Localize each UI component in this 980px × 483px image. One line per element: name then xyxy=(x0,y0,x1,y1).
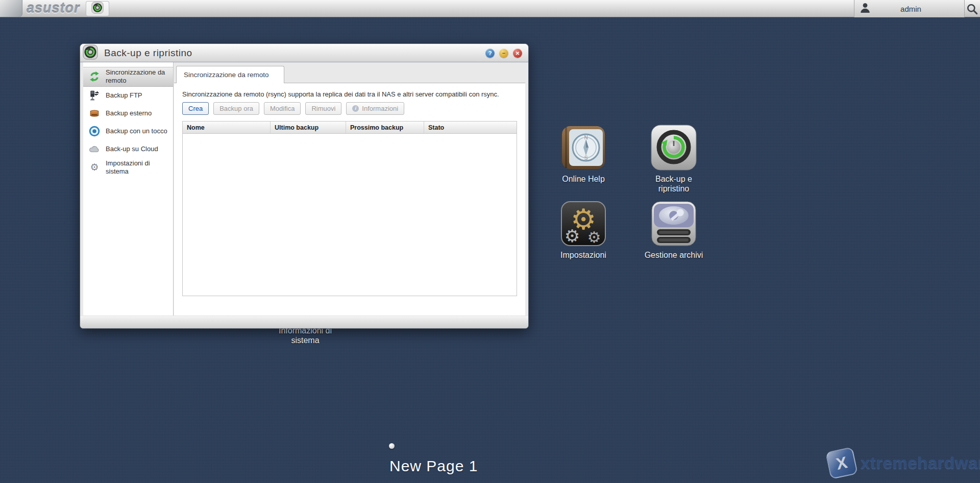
description-text: Sincronizzazione da remoto (rsync) suppo… xyxy=(182,90,510,99)
minimize-icon[interactable]: − xyxy=(499,49,508,58)
sidebar-item-backup-con-un-tocco[interactable]: Backup con un tocco xyxy=(83,123,173,140)
column-header-prossimo-backup[interactable]: Prossimo backup xyxy=(346,122,424,133)
tab-sincronizzazione-da-remoto[interactable]: Sincronizzazione da remoto xyxy=(176,66,284,83)
window-content: Sincronizzazione da remoto Sincronizzazi… xyxy=(174,62,525,316)
sync-arrows-icon xyxy=(88,71,101,82)
desktop-icon-impostazioni[interactable]: ⚙ ⚙ ⚙ Impostazioni xyxy=(552,200,615,260)
svg-text:S: S xyxy=(584,155,588,161)
close-icon[interactable]: ✕ xyxy=(513,49,522,58)
desktop-icon-label: Impostazioni xyxy=(552,251,615,260)
gear-icon: ⚙ xyxy=(88,162,101,172)
window-body: Sincronizzazione da remoto Backup FTP xyxy=(80,62,528,328)
rimuovi-button[interactable]: Rimuovi xyxy=(305,102,341,115)
column-header-ultimo-backup[interactable]: Ultimo backup xyxy=(271,122,346,133)
desktop-icon-backup-restore[interactable]: Back-up e ripristino xyxy=(642,124,705,194)
ftp-server-icon xyxy=(88,90,101,101)
cloud-icon xyxy=(88,143,101,155)
desktop-icon-gestione-archivi[interactable]: Gestione archivi xyxy=(642,200,705,260)
watermark-text: xtremehardware.it xyxy=(861,453,980,473)
backup-sync-icon xyxy=(83,44,98,62)
desktop: asustor admin xyxy=(0,0,980,483)
settings-gears-icon: ⚙ ⚙ ⚙ xyxy=(560,200,607,247)
sync-jobs-table: Nome Ultimo backup Prossimo backup Stato xyxy=(182,121,517,296)
window-sidebar: Sincronizzazione da remoto Backup FTP xyxy=(83,62,174,316)
backup-ora-button[interactable]: Backup ora xyxy=(213,102,259,115)
search-icon[interactable] xyxy=(966,3,979,16)
watermark: X xtremehardware.it xyxy=(828,449,980,477)
help-icon[interactable]: ? xyxy=(485,49,495,58)
window-titlebar[interactable]: Back-up e ripristino ? − ✕ xyxy=(80,44,528,62)
desktop-icon-label: Gestione archivi xyxy=(642,251,705,260)
tab-panel: Sincronizzazione da remoto (rsync) suppo… xyxy=(174,83,525,316)
crea-button[interactable]: Crea xyxy=(182,102,209,115)
desktop-icon-online-help[interactable]: N S Online Help xyxy=(552,124,615,184)
tab-row: Sincronizzazione da remoto xyxy=(174,62,525,83)
sidebar-item-backup-esterno[interactable]: Backup esterno xyxy=(83,105,173,123)
user-name: admin xyxy=(871,5,964,13)
taskbar-running-app-backup[interactable] xyxy=(86,1,109,16)
one-touch-icon xyxy=(88,126,101,137)
table-header: Nome Ultimo backup Prossimo backup Stato xyxy=(183,122,517,134)
window-footer xyxy=(80,316,528,328)
sidebar-item-backup-su-cloud[interactable]: Back-up su Cloud xyxy=(83,140,173,158)
online-help-icon: N S xyxy=(560,124,607,171)
sidebar-item-impostazioni-di-sistema[interactable]: ⚙ Impostazioni di sistema xyxy=(83,158,173,177)
page-title: New Page 1 xyxy=(389,457,478,475)
xtreme-x-logo-icon: X xyxy=(825,447,858,479)
backup-restore-window: Back-up e ripristino ? − ✕ xyxy=(80,44,528,328)
modifica-button[interactable]: Modifica xyxy=(264,102,301,115)
external-drive-icon xyxy=(88,108,101,119)
backup-sync-icon xyxy=(91,2,104,16)
storage-manager-icon xyxy=(650,200,697,247)
desktop-icon-label: Back-up e ripristino xyxy=(642,175,705,194)
column-header-nome[interactable]: Nome xyxy=(183,122,271,133)
window-title: Back-up e ripristino xyxy=(104,47,192,59)
user-icon xyxy=(860,2,871,15)
toolbar: Crea Backup ora Modifica Rimuovi i Infor… xyxy=(182,102,517,115)
show-desktop-button[interactable] xyxy=(0,0,22,17)
backup-restore-icon xyxy=(650,124,697,171)
sidebar-item-sincronizzazione-da-remoto[interactable]: Sincronizzazione da remoto xyxy=(83,67,173,87)
asustor-logo: asustor xyxy=(27,1,80,16)
desktop-icon-label: Online Help xyxy=(552,175,615,184)
informazioni-button[interactable]: i Informazioni xyxy=(346,102,404,115)
svg-text:⚙: ⚙ xyxy=(587,228,601,246)
column-header-stato[interactable]: Stato xyxy=(424,122,517,133)
user-menu-button[interactable]: admin xyxy=(854,0,965,17)
info-icon: i xyxy=(352,105,359,112)
table-body-empty xyxy=(183,134,517,296)
desktop-icon-label: Informazioni di sistema xyxy=(274,326,337,346)
svg-text:⚙: ⚙ xyxy=(565,226,580,246)
taskbar: asustor admin xyxy=(0,0,980,17)
page-indicator-dot[interactable] xyxy=(389,443,395,449)
sidebar-item-backup-ftp[interactable]: Backup FTP xyxy=(83,87,173,105)
